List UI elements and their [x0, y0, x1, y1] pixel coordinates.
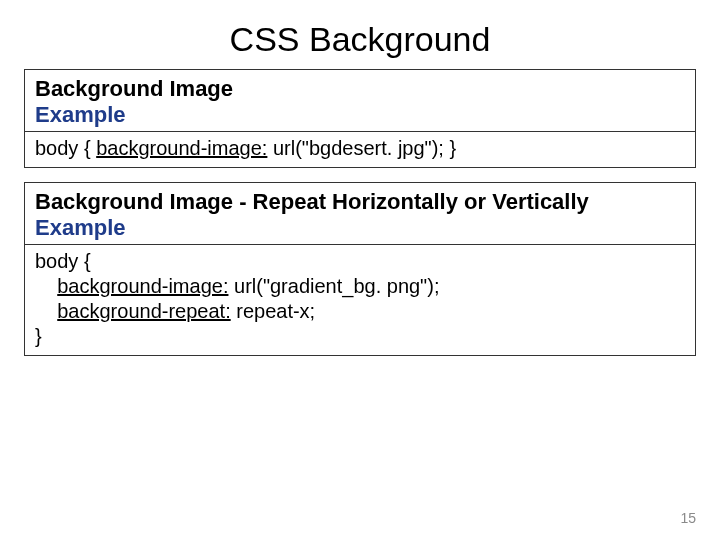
- box-1-header: Background Image Example: [25, 70, 695, 131]
- code-indent: [35, 300, 57, 322]
- box-1-code: body { background-image: url("bgdesert. …: [25, 131, 695, 167]
- box-1-example-label: Example: [35, 102, 685, 128]
- code-text: url("bgdesert. jpg"); }: [267, 137, 456, 159]
- code-prop: background-image:: [57, 275, 228, 297]
- code-text: body {: [35, 137, 96, 159]
- box-2-header: Background Image - Repeat Horizontally o…: [25, 183, 695, 244]
- code-prop: background-repeat:: [57, 300, 230, 322]
- box-2-example-label: Example: [35, 215, 685, 241]
- box-1: Background Image Example body { backgrou…: [24, 69, 696, 168]
- code-close: }: [35, 325, 42, 347]
- code-prop: background-image:: [96, 137, 267, 159]
- box-2-code: body { background-image: url("gradient_b…: [25, 244, 695, 355]
- code-open: body {: [35, 250, 91, 272]
- code-text: url("gradient_bg. png");: [228, 275, 439, 297]
- page-title: CSS Background: [24, 20, 696, 59]
- code-indent: [35, 275, 57, 297]
- box-2-heading: Background Image - Repeat Horizontally o…: [35, 189, 685, 215]
- page-number: 15: [680, 510, 696, 526]
- box-1-heading: Background Image: [35, 76, 685, 102]
- slide: CSS Background Background Image Example …: [0, 0, 720, 540]
- code-text: repeat-x;: [231, 300, 315, 322]
- box-2: Background Image - Repeat Horizontally o…: [24, 182, 696, 356]
